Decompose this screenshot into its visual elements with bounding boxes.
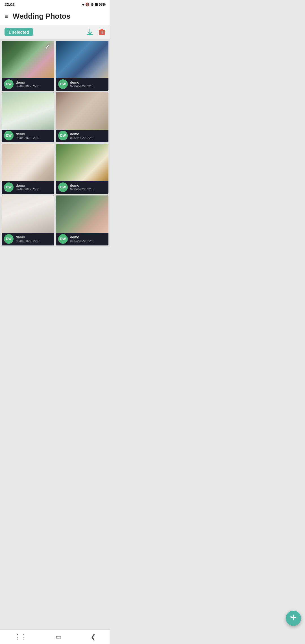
status-icons: ⎈ 🔇 ⊜ ▩ 53% — [82, 3, 106, 6]
photo-date-8: 02/04/2022, 22:0 — [70, 239, 93, 243]
photo-meta-1: demo02/04/2022, 22:0 — [16, 80, 39, 88]
bluetooth-icon: ⎈ — [82, 3, 84, 6]
photo-info-4: DWdemo02/04/2022, 22:0 — [56, 130, 108, 142]
photo-date-1: 02/04/2022, 22:0 — [16, 84, 39, 88]
photo-date-5: 02/04/2022, 22:0 — [16, 188, 39, 191]
avatar-6: DW — [58, 182, 68, 192]
app-header: ≡ Wedding Photos — [0, 8, 110, 25]
photo-user-6: demo — [70, 183, 93, 188]
photo-image-5 — [2, 144, 54, 181]
photo-info-8: DWdemo02/04/2022, 22:0 — [56, 233, 108, 245]
photo-user-3: demo — [16, 132, 39, 136]
avatar-7: DW — [4, 234, 14, 244]
wifi-icon: ⊜ — [91, 3, 93, 6]
avatar-5: DW — [4, 182, 14, 192]
avatar-8: DW — [58, 234, 68, 244]
photo-image-3 — [2, 92, 54, 130]
photo-date-7: 02/04/2022, 22:0 — [16, 239, 39, 243]
photo-image-7 — [2, 195, 54, 233]
photo-info-5: DWdemo02/04/2022, 22:0 — [2, 181, 54, 194]
avatar-2: DW — [58, 79, 68, 89]
photo-meta-7: demo02/04/2022, 22:0 — [16, 235, 39, 243]
photo-card-4[interactable]: DWdemo02/04/2022, 22:0 — [56, 92, 108, 142]
photo-info-1: DWdemo02/04/2022, 22:0 — [2, 78, 54, 91]
photo-card-7[interactable]: DWdemo02/04/2022, 22:0 — [2, 195, 54, 245]
photo-date-2: 02/04/2022, 22:0 — [70, 84, 93, 88]
photo-info-7: DWdemo02/04/2022, 22:0 — [2, 233, 54, 245]
photo-card-5[interactable]: DWdemo02/04/2022, 22:0 — [2, 144, 54, 194]
photo-date-6: 02/04/2022, 22:0 — [70, 188, 93, 191]
photo-image-8 — [56, 195, 108, 233]
avatar-3: DW — [4, 131, 14, 140]
mute-icon: 🔇 — [85, 3, 90, 6]
photo-date-3: 02/04/2022, 22:0 — [16, 136, 39, 140]
svg-rect-0 — [99, 30, 105, 35]
photo-date-4: 02/04/2022, 22:0 — [70, 136, 93, 140]
photo-card-8[interactable]: DWdemo02/04/2022, 22:0 — [56, 195, 108, 245]
selected-badge: 1 selected — [5, 28, 33, 36]
signal-icon: ▩ — [95, 3, 98, 6]
action-icons — [86, 28, 106, 36]
action-bar: 1 selected — [0, 25, 110, 39]
photo-card-3[interactable]: DWdemo02/04/2022, 22:0 — [2, 92, 54, 142]
photo-grid: ✓DWdemo02/04/2022, 22:0DWdemo02/04/2022,… — [0, 39, 110, 247]
photo-card-2[interactable]: DWdemo02/04/2022, 22:0 — [56, 41, 108, 91]
photo-meta-2: demo02/04/2022, 22:0 — [70, 80, 93, 88]
battery-icon: 53% — [99, 3, 106, 6]
photo-info-3: DWdemo02/04/2022, 22:0 — [2, 130, 54, 142]
photo-meta-8: demo02/04/2022, 22:0 — [70, 235, 93, 243]
photo-user-4: demo — [70, 132, 93, 136]
photo-user-8: demo — [70, 235, 93, 239]
status-bar: 22:02 ⎈ 🔇 ⊜ ▩ 53% — [0, 0, 110, 8]
status-time: 22:02 — [5, 2, 15, 7]
photo-user-2: demo — [70, 80, 93, 84]
photo-image-4 — [56, 92, 108, 130]
photo-card-1[interactable]: ✓DWdemo02/04/2022, 22:0 — [2, 41, 54, 91]
photo-image-6 — [56, 144, 108, 181]
photo-user-5: demo — [16, 183, 39, 188]
download-icon[interactable] — [86, 28, 94, 36]
photo-meta-4: demo02/04/2022, 22:0 — [70, 132, 93, 140]
avatar-4: DW — [58, 131, 68, 140]
photo-user-7: demo — [16, 235, 39, 239]
photo-info-6: DWdemo02/04/2022, 22:0 — [56, 181, 108, 194]
photo-meta-5: demo02/04/2022, 22:0 — [16, 183, 39, 191]
avatar-1: DW — [4, 79, 14, 89]
checkmark-1: ✓ — [45, 43, 50, 51]
photo-image-2 — [56, 41, 108, 78]
photo-meta-6: demo02/04/2022, 22:0 — [70, 183, 93, 191]
hamburger-icon[interactable]: ≡ — [5, 13, 8, 20]
photo-user-1: demo — [16, 80, 39, 84]
delete-icon[interactable] — [98, 28, 106, 36]
photo-card-6[interactable]: DWdemo02/04/2022, 22:0 — [56, 144, 108, 194]
check-overlay-1: ✓ — [43, 43, 51, 51]
photo-meta-3: demo02/04/2022, 22:0 — [16, 132, 39, 140]
app-title: Wedding Photos — [13, 12, 71, 21]
photo-info-2: DWdemo02/04/2022, 22:0 — [56, 78, 108, 91]
